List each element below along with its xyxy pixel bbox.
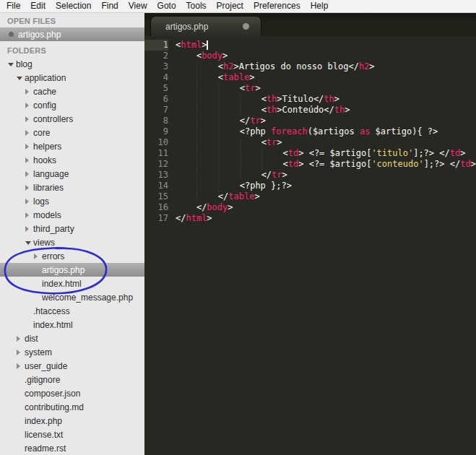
tree-item-errors[interactable]: errors	[0, 249, 144, 263]
tree-item-index-php[interactable]: index.php	[0, 414, 144, 428]
tree-item-libraries[interactable]: libraries	[0, 181, 144, 194]
tree-item-application[interactable]: application	[0, 71, 144, 84]
chevron-right-icon[interactable]	[17, 334, 25, 344]
menu-selection[interactable]: Selection	[51, 0, 96, 12]
tree-item-index-html[interactable]: index.html	[0, 277, 144, 290]
chevron-right-icon[interactable]	[25, 155, 33, 165]
line-number: 7	[144, 105, 168, 116]
tree-item-readme-rst[interactable]: readme.rst	[0, 441, 144, 455]
code-line[interactable]: 10 <tr>	[144, 137, 476, 148]
chevron-down-icon[interactable]	[25, 238, 33, 248]
chevron-right-icon[interactable]	[25, 196, 33, 207]
code-line[interactable]: 15 </table>	[144, 191, 476, 202]
tree-item-user-guide[interactable]: user_guide	[0, 359, 144, 373]
tree-item-language[interactable]: language	[0, 167, 144, 181]
tab-artigos-php[interactable]: artigos.php	[150, 16, 261, 36]
tree-item-index-html[interactable]: index.html	[0, 318, 144, 332]
indent-guide	[176, 148, 196, 159]
tree-item-welcome-message-php[interactable]: welcome_message.php	[0, 290, 144, 304]
tree-item--htaccess[interactable]: .htaccess	[0, 304, 144, 318]
tag-token: th	[334, 105, 345, 115]
code-line[interactable]: 14 <?php };?>	[144, 181, 476, 191]
code-line[interactable]: 9 <?php foreach($artigos as $artigo){ ?>	[144, 126, 476, 137]
tree-item-label: views	[33, 238, 55, 248]
line-number: 12	[144, 159, 168, 170]
chevron-right-icon[interactable]	[25, 142, 33, 152]
tree-item-helpers[interactable]: helpers	[0, 139, 144, 153]
tree-item-views[interactable]: views	[0, 235, 144, 249]
tree-item-contributing-md[interactable]: contributing.md	[0, 400, 144, 414]
indent-guide	[196, 181, 218, 191]
tree-item-core[interactable]: core	[0, 126, 144, 139]
code-line[interactable]: 7 <th>Conteúdo</th>	[144, 105, 476, 116]
tree-item--gitignore[interactable]: .gitignore	[0, 373, 144, 386]
menu-edit[interactable]: Edit	[25, 0, 51, 12]
tree-item-cache[interactable]: cache	[0, 84, 144, 98]
chevron-right-icon[interactable]	[34, 251, 42, 261]
tree-item-logs[interactable]: logs	[0, 194, 144, 208]
code-line[interactable]: 3 <h2>Artigos do nosso blog</h2>	[144, 61, 476, 72]
code-line[interactable]: 5 <tr>	[144, 83, 476, 94]
code-editor[interactable]: 1<html>2 <body>3 <h2>Artigos do nosso bl…	[144, 36, 476, 455]
code-line[interactable]: 11 <td> <?= $artigo['titulo'];?> </td>	[144, 148, 476, 159]
menu-preferences[interactable]: Preferences	[248, 0, 306, 12]
menu-tools[interactable]: Tools	[181, 0, 212, 12]
menu-find[interactable]: Find	[96, 0, 123, 12]
code-token: </	[261, 170, 272, 180]
chevron-right-icon[interactable]	[25, 224, 33, 234]
code-line[interactable]: 17</html>	[144, 213, 476, 224]
code-line-content: </html>	[176, 213, 212, 224]
tree-item-composer-json[interactable]: composer.json	[0, 386, 144, 400]
chevron-right-icon[interactable]	[17, 347, 25, 358]
menu-file[interactable]: File	[1, 0, 25, 12]
chevron-right-icon[interactable]	[25, 210, 33, 220]
code-token: >	[471, 159, 476, 169]
tree-item-dist[interactable]: dist	[0, 332, 144, 345]
tree-item-artigos-php[interactable]: artigos.php	[0, 263, 144, 277]
tree-item-hooks[interactable]: hooks	[0, 153, 144, 167]
tree-item-blog[interactable]: blog	[0, 57, 144, 71]
indent-guide	[196, 61, 218, 72]
open-file-artigos.php[interactable]: artigos.php	[0, 27, 144, 41]
chevron-right-icon[interactable]	[17, 361, 25, 371]
tree-item-controllers[interactable]: controllers	[0, 112, 144, 126]
code-line[interactable]: 8 </tr>	[144, 116, 476, 126]
chevron-down-icon[interactable]	[17, 73, 25, 83]
indent-guide	[218, 159, 240, 170]
tree-item-system[interactable]: system	[0, 345, 144, 359]
tab-modified-dot-icon[interactable]	[243, 23, 249, 30]
tag-token: td	[288, 159, 298, 169]
code-line-content: <html>	[176, 40, 208, 51]
code-line[interactable]: 16 </body>	[144, 202, 476, 213]
chevron-down-icon[interactable]	[8, 59, 16, 69]
chevron-right-icon[interactable]	[25, 114, 33, 124]
line-number: 9	[144, 126, 168, 137]
tree-item-config[interactable]: config	[0, 98, 144, 112]
code-line[interactable]: 12 <td> <?= $artigo['conteudo'];?> </td>	[144, 159, 476, 170]
chevron-right-icon[interactable]	[25, 128, 33, 138]
tree-item-label: hooks	[33, 155, 56, 165]
code-line[interactable]: 1<html>	[144, 40, 476, 51]
chevron-right-icon[interactable]	[25, 87, 33, 97]
menu-help[interactable]: Help	[306, 0, 334, 12]
tree-item-label: libraries	[33, 183, 64, 193]
string-token: 'conteudo'	[371, 159, 423, 169]
open-files-header: OPEN FILES	[0, 15, 144, 27]
chevron-right-icon[interactable]	[25, 183, 33, 193]
menu-project[interactable]: Project	[212, 0, 248, 12]
code-line[interactable]: 6 <th>Titulo</th>	[144, 94, 476, 105]
code-line[interactable]: 2 <body>	[144, 51, 476, 61]
tree-item-models[interactable]: models	[0, 208, 144, 222]
menu-view[interactable]: View	[124, 0, 152, 12]
chevron-right-icon[interactable]	[25, 169, 33, 179]
line-number: 16	[144, 202, 168, 213]
tree-item-third-party[interactable]: third_party	[0, 222, 144, 235]
tree-item-label: core	[33, 128, 50, 138]
chevron-right-icon[interactable]	[25, 100, 33, 110]
code-token: <	[218, 72, 223, 82]
code-line[interactable]: 13 </tr>	[144, 170, 476, 181]
menu-goto[interactable]: Goto	[152, 0, 181, 12]
code-line[interactable]: 4 <table>	[144, 72, 476, 83]
tree-item-license-txt[interactable]: license.txt	[0, 428, 144, 441]
code-token: </	[176, 213, 186, 223]
